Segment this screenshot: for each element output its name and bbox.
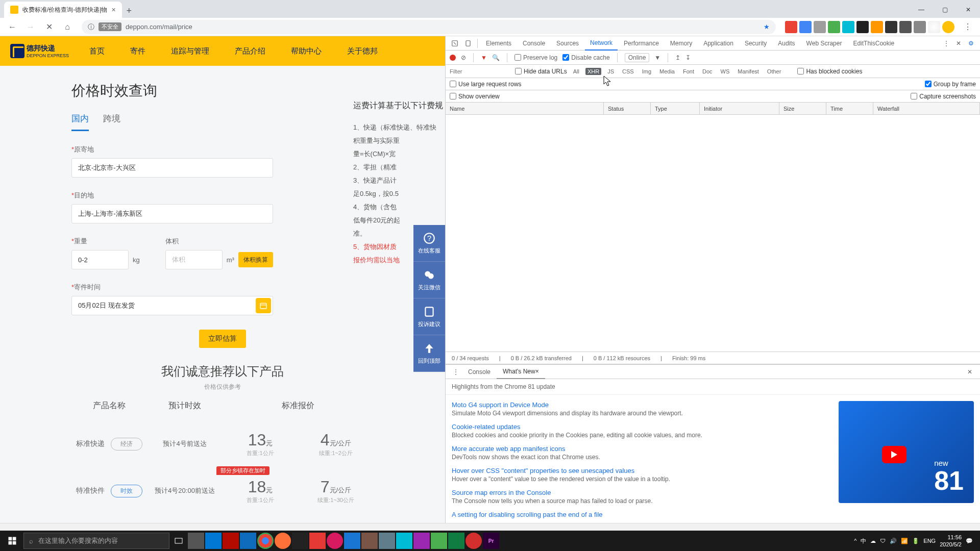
blocked-cookies-checkbox[interactable]: Has blocked cookies: [797, 68, 862, 75]
app-icon[interactable]: [205, 533, 222, 549]
nav-home[interactable]: 首页: [89, 46, 105, 56]
preserve-log-checkbox[interactable]: Preserve log: [514, 54, 557, 61]
capture-screenshots-checkbox[interactable]: Capture screenshots: [911, 93, 976, 100]
lang-indicator[interactable]: ENG: [923, 538, 936, 544]
col-initiator[interactable]: Initiator: [700, 103, 779, 114]
col-name[interactable]: Name: [446, 103, 604, 114]
ext-icon[interactable]: [828, 21, 840, 33]
volume-calc-button[interactable]: 体积换算: [238, 252, 273, 267]
submit-button[interactable]: 立即估算: [199, 330, 246, 348]
app-icon[interactable]: [223, 533, 239, 549]
nav-ship[interactable]: 寄件: [130, 46, 145, 56]
tray-icon[interactable]: 🛡: [880, 538, 886, 544]
nav-help[interactable]: 帮助中心: [291, 46, 322, 56]
product-row[interactable]: 标准快递经济 预计4号前送达 13元首重:1公斤 4元/公斤续重:1~2公斤: [71, 420, 374, 467]
news-item[interactable]: Moto G4 support in Device ModeSimulate M…: [452, 401, 828, 417]
ext-icon[interactable]: [785, 21, 797, 33]
ext-icon[interactable]: [799, 21, 812, 33]
chrome-icon[interactable]: [257, 533, 274, 549]
nav-about[interactable]: 关于德邦: [347, 46, 378, 56]
devtools-tab-performance[interactable]: Performance: [619, 36, 664, 51]
devtools-tab-elements[interactable]: Elements: [481, 36, 517, 51]
show-overview-checkbox[interactable]: Show overview: [450, 93, 500, 100]
product-row[interactable]: 部分乡镇存在加时 特准快件时效 预计4号20:00前送达 18元首重:1公斤 7…: [71, 467, 374, 514]
news-item[interactable]: Hover over CSS "content" properties to s…: [452, 467, 828, 483]
firefox-icon[interactable]: [275, 533, 291, 549]
col-waterfall[interactable]: Waterfall: [873, 103, 980, 114]
filter-css[interactable]: CSS: [620, 68, 636, 75]
throttle-select[interactable]: Online: [625, 53, 650, 62]
devtools-tab-network[interactable]: Network: [585, 36, 618, 51]
filter-media[interactable]: Media: [657, 68, 677, 75]
excel-icon[interactable]: [448, 533, 464, 549]
filter-xhr[interactable]: XHR: [585, 68, 601, 75]
float-wechat[interactable]: 关注微信: [413, 262, 445, 298]
filter-img[interactable]: Img: [640, 68, 653, 75]
wifi-icon[interactable]: 📶: [901, 538, 908, 544]
drawer-console-tab[interactable]: Console: [462, 365, 497, 379]
notifications-icon[interactable]: 💬: [966, 538, 973, 544]
large-rows-checkbox[interactable]: Use large request rows: [450, 81, 521, 88]
devtools-menu-icon[interactable]: ⋮: [940, 37, 952, 49]
forward-button[interactable]: →: [22, 19, 39, 35]
devtools-tab-sources[interactable]: Sources: [551, 36, 584, 51]
filter-other[interactable]: Other: [765, 68, 783, 75]
filter-all[interactable]: All: [571, 68, 581, 75]
minimize-button[interactable]: —: [910, 2, 933, 18]
float-feedback[interactable]: 投诉建议: [413, 298, 445, 335]
ext-icon[interactable]: [856, 21, 869, 33]
ext-icon[interactable]: [914, 21, 926, 33]
ext-icon[interactable]: [842, 21, 854, 33]
nav-products[interactable]: 产品介绍: [235, 46, 265, 56]
filter-font[interactable]: Font: [681, 68, 696, 75]
tray-icon[interactable]: ☁: [870, 538, 876, 544]
filter-manifest[interactable]: Manifest: [736, 68, 761, 75]
app-icon[interactable]: [361, 533, 378, 549]
app-icon[interactable]: [413, 533, 430, 549]
news-item[interactable]: Cookie-related updatesBlocked cookies an…: [452, 423, 828, 439]
search-icon[interactable]: 🔍: [492, 54, 500, 61]
filter-ws[interactable]: WS: [719, 68, 732, 75]
app-icon[interactable]: [309, 533, 326, 549]
url-bar[interactable]: ⓘ 不安全 deppon.com/mail/price ★: [82, 20, 776, 34]
menu-button[interactable]: ⋮: [960, 19, 976, 35]
tray-chevron-icon[interactable]: ^: [854, 538, 856, 544]
devtools-tab-security[interactable]: Security: [740, 36, 772, 51]
news-item[interactable]: More accurate web app manifest iconsDevT…: [452, 445, 828, 461]
clock[interactable]: 11:56 2020/5/2: [940, 534, 962, 548]
origin-input[interactable]: 北京-北京市-大兴区: [71, 158, 273, 178]
filter-js[interactable]: JS: [605, 68, 616, 75]
float-support[interactable]: ?在线客服: [413, 225, 445, 262]
devtools-tab-application[interactable]: Application: [698, 36, 739, 51]
logo[interactable]: 德邦快递 DEPPON EXPRESS: [10, 44, 69, 58]
home-button[interactable]: ⌂: [59, 19, 76, 35]
throttle-chevron-icon[interactable]: ▼: [654, 54, 660, 61]
devtools-tab-console[interactable]: Console: [518, 36, 550, 51]
app-icon[interactable]: [188, 533, 204, 549]
upload-icon[interactable]: ↥: [675, 54, 680, 61]
record-button[interactable]: [450, 55, 456, 61]
close-tab-icon[interactable]: ×: [535, 368, 539, 375]
start-button[interactable]: [2, 531, 22, 551]
filter-input[interactable]: [450, 68, 511, 74]
maximize-button[interactable]: ▢: [933, 2, 957, 18]
filter-doc[interactable]: Doc: [700, 68, 715, 75]
volume-input[interactable]: 体积: [165, 250, 223, 269]
app-icon[interactable]: [240, 533, 256, 549]
app-icon[interactable]: [465, 533, 482, 549]
horizontal-scrollbar[interactable]: [0, 523, 980, 531]
close-icon[interactable]: ×: [111, 6, 115, 14]
devtools-tab-cookie[interactable]: EditThisCookie: [848, 36, 899, 51]
disable-cache-checkbox[interactable]: Disable cache: [562, 54, 609, 61]
devtools-tab-memory[interactable]: Memory: [665, 36, 697, 51]
weight-input[interactable]: 0-2: [71, 250, 129, 269]
app-icon[interactable]: [396, 533, 412, 549]
hide-urls-checkbox[interactable]: Hide data URLs: [515, 68, 567, 75]
download-icon[interactable]: ↧: [685, 54, 691, 61]
battery-icon[interactable]: 🔋: [912, 538, 919, 544]
premiere-icon[interactable]: Pr: [483, 533, 499, 549]
app-icon[interactable]: [327, 533, 343, 549]
news-item[interactable]: Source map errors in the ConsoleThe Cons…: [452, 489, 828, 505]
drawer-menu-icon[interactable]: ⋮: [450, 366, 462, 378]
date-input[interactable]: 05月02日 现在发货: [71, 296, 273, 315]
